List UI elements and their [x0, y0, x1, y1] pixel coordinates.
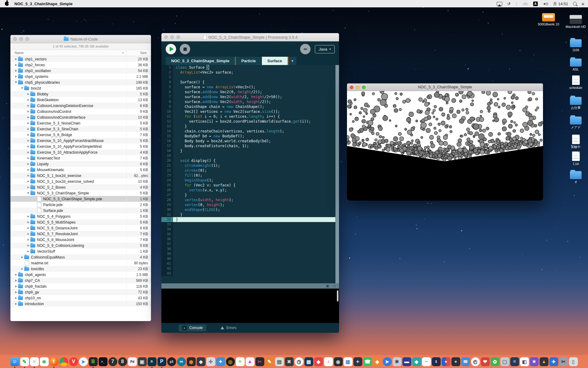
code-line[interactable]: 19 — [161, 153, 339, 158]
dock-app-purple-star[interactable]: ✶ — [530, 357, 539, 366]
zoom-button[interactable] — [25, 37, 29, 41]
code-line[interactable]: 32} — [161, 217, 339, 222]
finder-row[interactable]: ▶chp6_agents1.5 MB — [10, 272, 151, 278]
disclosure-triangle-icon[interactable]: ▶ — [26, 122, 30, 125]
dock-app-firefox[interactable]: f — [50, 357, 58, 366]
dock-app-clock[interactable]: ◷ — [295, 357, 303, 366]
dock-app-dev-folder[interactable]: ✦ — [216, 357, 225, 366]
finder-row[interactable]: ▶chp1_vectors20 KB — [10, 56, 151, 62]
finder-row[interactable]: ▶VectorStuff1 KB — [10, 248, 151, 254]
code-line[interactable]: 31 } — [161, 212, 339, 217]
tab-surface[interactable]: Surface — [262, 57, 288, 65]
code-line[interactable]: 21 strokeWeight(1); — [161, 163, 339, 168]
notification-center-icon[interactable]: ≡ — [582, 2, 584, 6]
column-divider[interactable] — [126, 50, 126, 56]
dock-app-stopwatch[interactable]: ◴ — [471, 357, 480, 366]
code-line[interactable]: 33 — [161, 222, 339, 227]
dock-app-shears[interactable]: ✂ — [255, 357, 264, 366]
dock-app-blue-doc[interactable]: ▥ — [344, 357, 352, 366]
clear-console-icon[interactable]: ◁ — [333, 284, 335, 288]
menu-clock[interactable]: 月 14:51 — [553, 2, 568, 6]
disclosure-triangle-icon[interactable]: ▶ — [26, 133, 30, 136]
processing-titlebar[interactable]: NOC_5_3_ChainShape_Simple | Processing 3… — [161, 33, 339, 41]
dock-app-tv[interactable]: ▬ — [402, 357, 411, 366]
code-line[interactable]: 20 void display() { — [161, 158, 339, 163]
code-line[interactable]: 11 for (int i = 0; i < vertices.length; … — [161, 114, 339, 119]
desktop-icon-1106[interactable]: 1106 — [563, 37, 588, 52]
finder-row[interactable]: ▶MouseKinematic5 KB — [10, 167, 151, 173]
disclosure-triangle-icon[interactable]: ▶ — [14, 69, 18, 72]
code-line[interactable]: 36 — [161, 237, 339, 242]
tab-particle[interactable]: Particle — [236, 57, 261, 65]
disclosure-triangle-icon[interactable]: ▶ — [14, 285, 18, 288]
finder-row[interactable]: ▶box2d165 KB — [10, 85, 151, 91]
finder-row[interactable]: ▶chp7_CA569 KB — [10, 278, 151, 283]
code-line[interactable]: 24 beginShape(); — [161, 178, 339, 183]
finder-titlebar[interactable]: Nature-of-Code — [10, 35, 151, 43]
dock-app-safari[interactable]: ➤ — [79, 357, 88, 366]
dock-app-half-doc[interactable]: ◧ — [520, 357, 529, 366]
disclosure-triangle-icon[interactable]: ▶ — [26, 250, 30, 253]
desktop-icon--[interactable]: 実験中 — [563, 134, 588, 149]
dock-app-dark-dot[interactable]: ● — [451, 357, 460, 366]
desktop-icon-asl[interactable]: ASL — [563, 57, 588, 71]
dock-app-flower-green[interactable]: ✿ — [491, 357, 499, 366]
finder-row[interactable]: ▶CollisionsAndControlInterface10 KB — [10, 114, 151, 120]
disclosure-triangle-icon[interactable]: ▶ — [20, 256, 24, 259]
wifi-icon[interactable] — [523, 2, 528, 5]
dock-app-compass[interactable]: ➤ — [383, 357, 392, 366]
console-divider-bar[interactable]: ▣ ◁ — [161, 283, 339, 289]
disclosure-triangle-icon[interactable]: ▶ — [15, 80, 17, 84]
disclosure-triangle-icon[interactable]: ▶ — [26, 104, 30, 107]
dock-app-turbine[interactable]: ✢ — [206, 357, 215, 366]
disclosure-triangle-icon[interactable]: ▶ — [26, 244, 30, 247]
finder-row[interactable]: Surface.pde1 KB — [10, 208, 151, 213]
disclosure-triangle-icon[interactable]: ▶ — [14, 75, 18, 78]
code-line[interactable]: 8 surface.add(new Vec2(width, height/2))… — [161, 99, 339, 104]
dock-app-photos-green[interactable]: ❀ — [40, 357, 49, 366]
code-line[interactable]: 17 body.createFixture(chain, 1); — [161, 144, 339, 148]
dock-app-textedit[interactable]: ≡ — [30, 357, 39, 366]
bluetooth-icon[interactable]: ᛒ — [515, 2, 518, 6]
console-output[interactable] — [161, 289, 339, 323]
code-line[interactable]: 9 ChainShape chain = new ChainShape(); — [161, 104, 339, 109]
dock-app-radar[interactable]: ◎ — [226, 357, 235, 366]
minimize-button[interactable] — [356, 86, 360, 89]
code-line[interactable]: 40 — [161, 256, 339, 261]
dock-app-teal-app[interactable]: ◈ — [412, 357, 421, 366]
disclosure-triangle-icon[interactable]: ▶ — [26, 157, 30, 159]
finder-row[interactable]: ▶BlobSkeleton13 KB — [10, 97, 151, 103]
dock-app-grid-navy[interactable]: ▦ — [304, 357, 313, 366]
finder-row[interactable]: ▶chp9_ga72 KB — [10, 289, 151, 295]
desktop-icon--[interactable]: お仕事 — [563, 95, 588, 109]
close-button[interactable] — [164, 35, 168, 39]
dock-app-editor-pencil[interactable]: ✎ — [20, 357, 29, 366]
desktop-icon-schedule[interactable]: schedule — [563, 75, 588, 90]
finder-row[interactable]: ▶chp2_forces36 KB — [10, 62, 151, 68]
active-app-menu[interactable]: NOC_5_3_ChainShape_Simple — [14, 2, 73, 6]
dock-app-game-b[interactable]: B — [89, 357, 98, 366]
finder-row[interactable]: ▶chp5_physicslibraries198 KB — [10, 79, 151, 85]
code-line[interactable]: 27 } — [161, 193, 339, 197]
finder-row[interactable]: ▶KinematicTest7 KB — [10, 155, 151, 161]
code-line[interactable]: 42 — [161, 266, 339, 271]
disclosure-triangle-icon[interactable]: ▶ — [26, 98, 30, 101]
code-line[interactable]: 43 — [161, 271, 339, 276]
tab-errors[interactable]: Errors — [221, 326, 236, 330]
disclosure-triangle-icon[interactable]: ▶ — [26, 116, 30, 119]
minimize-button[interactable] — [170, 35, 174, 39]
disclosure-triangle-icon[interactable]: ▶ — [26, 174, 30, 177]
dock-app-dark-star[interactable]: ✦ — [353, 357, 362, 366]
close-button[interactable] — [350, 86, 353, 89]
mode-selector[interactable]: Java ▾ — [315, 45, 335, 53]
code-line[interactable]: 41 — [161, 261, 339, 266]
finder-row[interactable]: ▶NOC_5_8_MouseJoint7 KB — [10, 237, 151, 243]
finder-row[interactable]: ▶NOC_5_1_box2d_exercise82...ytes — [10, 173, 151, 178]
finder-row[interactable]: ▶NOC_5_4_Polygons5 KB — [10, 213, 151, 219]
sketch-titlebar[interactable]: NOC_5_3_ChainShape_Simple — [347, 83, 543, 91]
finder-row[interactable]: ▶chp3_oscillation54 KB — [10, 68, 151, 74]
finder-row[interactable]: ▶introduction150 KB — [10, 301, 151, 307]
code-line[interactable]: 14 chain.createChain(vertices, vertices.… — [161, 129, 339, 134]
dock-app-vivaldi[interactable]: V — [69, 357, 78, 366]
finder-row[interactable]: ▶Exercise_5_3_NoiseChain5 KB — [10, 120, 151, 126]
